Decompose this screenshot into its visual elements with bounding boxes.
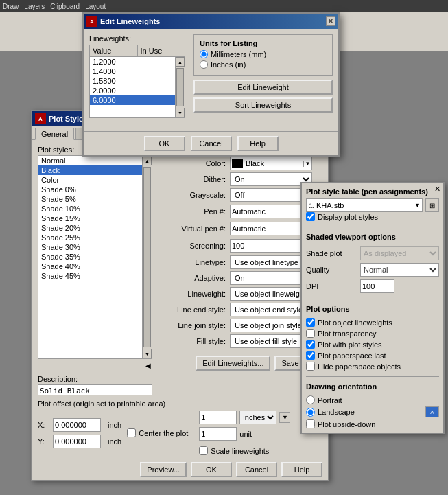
lw-values-list[interactable]: 1.2000 1.4000 1.5800 2.0000 6.0000	[90, 57, 175, 117]
lw-scroll-up[interactable]: ▲	[176, 57, 185, 67]
pst-close-button[interactable]: ✕	[434, 185, 440, 194]
lw-help-button[interactable]: Help	[237, 136, 279, 151]
lineweights-close-button[interactable]: ✕	[326, 16, 335, 26]
preview-button[interactable]: Preview...	[140, 462, 187, 477]
dpi-input[interactable]	[360, 279, 394, 293]
lw-footer: OK Cancel Help	[84, 131, 338, 155]
pen-label: Pen #:	[158, 207, 230, 216]
y-input[interactable]	[53, 435, 101, 448]
lw-item-3[interactable]: 1.5800	[90, 76, 175, 86]
pst-browse-button[interactable]: ⊞	[425, 198, 439, 212]
style-item-shade40[interactable]: Shade 40%	[38, 262, 142, 271]
scroll-thumb[interactable]	[143, 167, 151, 347]
style-item-black[interactable]: Black	[38, 165, 142, 175]
lw-scroll-down[interactable]: ▼	[176, 108, 185, 117]
menu-layers[interactable]: Layers	[24, 3, 45, 10]
style-item-shade15[interactable]: Shade 15%	[38, 214, 142, 223]
lw-ok-button[interactable]: OK	[144, 136, 185, 151]
style-item-shade20[interactable]: Shade 20%	[38, 223, 142, 233]
units-expand-btn[interactable]: ▼	[279, 412, 290, 423]
tab-general[interactable]: General	[35, 128, 74, 140]
edit-lineweight-button[interactable]: Edit Lineweight	[193, 80, 333, 95]
opt5-row: Hide paperspace objects	[306, 362, 439, 371]
center-plot-checkbox[interactable]	[127, 428, 136, 437]
x-input[interactable]	[53, 418, 101, 432]
styles-list[interactable]: Normal Black Color Shade 0% Shade 5% Sha…	[38, 156, 142, 283]
display-plot-styles-checkbox[interactable]	[306, 212, 315, 221]
opt5-label: Hide paperspace objects	[318, 362, 401, 371]
opt4-checkbox[interactable]	[306, 351, 315, 360]
lw-item-1[interactable]: 1.2000	[90, 57, 175, 67]
style-item-normal[interactable]: Normal	[38, 156, 142, 165]
upside-down-checkbox[interactable]	[306, 419, 315, 428]
styles-scrollbar[interactable]: ▲ ▼	[142, 156, 152, 358]
adaptive-select[interactable]: OnOff	[230, 271, 312, 285]
style-item-shade5[interactable]: Shade 5%	[38, 194, 142, 204]
screening-row: Screening: ▲ ▼	[158, 238, 322, 253]
fill-style-label: Fill style:	[158, 337, 230, 345]
menu-layout[interactable]: Layout	[85, 3, 106, 10]
units-select[interactable]: inches mm	[239, 411, 276, 424]
landscape-label: Landscape	[318, 408, 355, 416]
quality-row: Quality Normal	[306, 263, 439, 277]
display-plot-styles-row: Display plot styles	[306, 212, 439, 221]
quality-select[interactable]: Normal	[360, 263, 439, 277]
pen-row: Pen #: ▲ ▼	[158, 204, 322, 219]
style-item-shade10[interactable]: Shade 10%	[38, 204, 142, 214]
style-item-shade30[interactable]: Shade 30%	[38, 242, 142, 252]
style-item-color[interactable]: Color	[38, 175, 142, 185]
color-dropdown-arrow[interactable]: ▼	[303, 161, 311, 167]
lw-item-2[interactable]: 1.4000	[90, 67, 175, 76]
landscape-radio[interactable]	[306, 408, 315, 417]
lineweights-title: Edit Lineweights	[100, 17, 160, 25]
opt1-row: Plot object lineweights	[306, 318, 439, 327]
style-item-shade0[interactable]: Shade 0%	[38, 185, 142, 194]
scroll-down-arrow[interactable]: ▼	[143, 349, 152, 358]
in-radio[interactable]	[200, 60, 208, 69]
pst-select-row: 🗂 KHA.stb ▼ ⊞	[306, 198, 439, 212]
color-swatch-black	[232, 159, 243, 168]
lw-scrollbar[interactable]: ▲ ▼	[175, 57, 185, 117]
dither-select[interactable]: OnOff	[230, 172, 312, 186]
style-item-shade35[interactable]: Shade 35%	[38, 252, 142, 262]
grayscale-select[interactable]: OffOn	[230, 188, 312, 202]
scale-lw-checkbox[interactable]	[199, 446, 208, 455]
pst-selected-style: KHA.stb	[316, 201, 413, 209]
pst-dropdown-arrow[interactable]: ▼	[414, 202, 421, 209]
portrait-row: Portrait	[306, 395, 439, 404]
pst-section-header: Plot style table (pen assignments) 🗂 KHA…	[306, 187, 439, 221]
lw-cancel-button[interactable]: Cancel	[191, 136, 232, 151]
main-help-button[interactable]: Help	[281, 462, 322, 477]
style-item-shade25[interactable]: Shade 25%	[38, 233, 142, 242]
main-cancel-button[interactable]: Cancel	[236, 462, 277, 477]
style-item-shade45[interactable]: Shade 45%	[38, 271, 142, 281]
opt2-row: Plot transparency	[306, 329, 439, 338]
opt2-checkbox[interactable]	[306, 329, 315, 338]
lineweights-titlebar[interactable]: A Edit Lineweights ✕	[84, 14, 338, 29]
opt5-checkbox[interactable]	[306, 362, 315, 371]
mm-radio[interactable]	[200, 50, 208, 58]
portrait-radio[interactable]	[306, 395, 315, 404]
lw-item-5[interactable]: 6.0000	[90, 95, 175, 105]
sort-lineweights-button[interactable]: Sort Lineweights	[193, 97, 333, 113]
main-ok-button[interactable]: OK	[191, 462, 232, 477]
grayscale-label: Grayscale:	[158, 191, 230, 199]
opt1-label: Plot object lineweights	[318, 319, 392, 327]
color-control[interactable]: Black ▼	[230, 157, 312, 170]
lw-item-4[interactable]: 2.0000	[90, 86, 175, 95]
scroll-up-arrow[interactable]: ▲	[143, 156, 152, 165]
opt3-row: Plot with plot styles	[306, 340, 439, 349]
unit2-input[interactable]	[199, 427, 237, 441]
paper-size-input[interactable]	[199, 411, 237, 424]
opt1-checkbox[interactable]	[306, 318, 315, 327]
opt3-checkbox[interactable]	[306, 340, 315, 349]
unit2-label: unit	[239, 430, 252, 438]
menu-clipboard[interactable]: Clipboard	[50, 3, 80, 10]
lw-scroll-thumb[interactable]	[176, 68, 184, 106]
lw-col-inuse: In Use	[138, 45, 185, 56]
lw-right: Units for Listing Millimeters (mm) Inche…	[193, 34, 333, 126]
edit-lineweights-button[interactable]: Edit Lineweights...	[196, 356, 270, 371]
lw-content: Lineweights: Value In Use 1.2000 1.4000 …	[84, 29, 338, 131]
opt2-label: Plot transparency	[318, 330, 377, 338]
menu-draw[interactable]: Draw	[3, 3, 19, 10]
